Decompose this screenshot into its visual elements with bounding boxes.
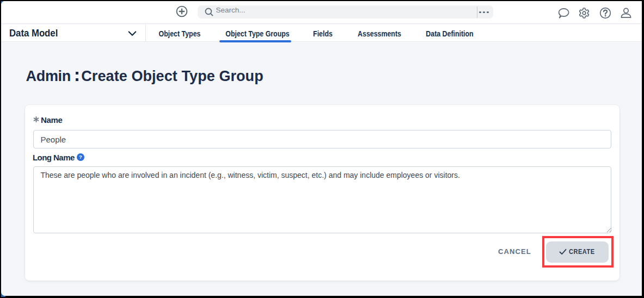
svg-text:?: ?: [79, 154, 82, 160]
